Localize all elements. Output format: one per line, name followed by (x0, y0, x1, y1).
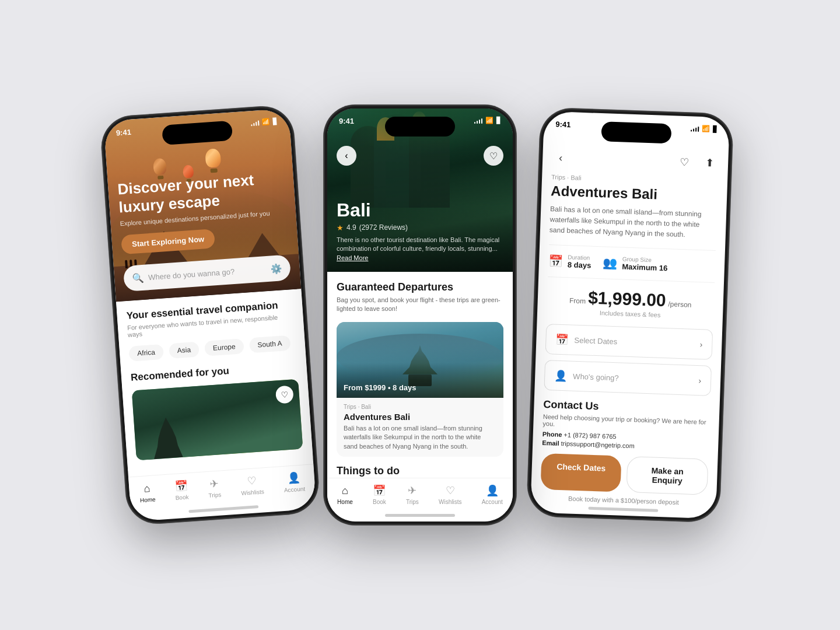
content-section-booking: Trips · Bali Adventures Bali Bali has a … (533, 173, 728, 461)
trips-icon-bali: ✈ (408, 484, 416, 497)
home-icon-bali: ⌂ (342, 485, 348, 497)
action-buttons-booking: Check Dates Make an Enquiry Book today w… (540, 453, 709, 507)
nav-bali-account[interactable]: 👤 Account (482, 484, 503, 505)
book-icon-bali: 📅 (373, 484, 386, 497)
favorite-button-booking[interactable]: ♡ (676, 153, 694, 172)
tag-europe[interactable]: Europe (204, 338, 244, 356)
reviews-count: (2972 Reviews) (359, 223, 408, 232)
rating-row: ★ 4.9 (2972 Reviews) (337, 223, 503, 232)
guests-selector[interactable]: 👤 Who's going? › (544, 360, 712, 396)
hero-text-home: Discover your next luxury escape Explore… (117, 169, 289, 254)
content-section-bali: Guaranteed Departures Bag you spot, and … (327, 272, 513, 496)
phone-home: 9:41 📶 ▊ (100, 104, 320, 525)
nav-bali-home-label: Home (337, 499, 353, 505)
duration-meta: 📅 Duration 8 days (548, 253, 592, 270)
nav-trips[interactable]: ✈ Trips (207, 477, 221, 498)
city-name: Bali (337, 200, 503, 221)
check-dates-button[interactable]: Check Dates (540, 453, 621, 492)
trip-duration: 8 days (393, 383, 416, 392)
trip-description: Bali has a lot on one small island—from … (344, 424, 496, 451)
signal-icon-booking (691, 125, 699, 131)
trip-card-info: Trips · Bali Adventures Bali Bali has a … (337, 398, 503, 457)
nav-bali-home[interactable]: ⌂ Home (337, 485, 353, 505)
email-label: Email (542, 439, 559, 447)
tag-asia[interactable]: Asia (169, 341, 200, 359)
departures-title: Guaranteed Departures (337, 281, 503, 293)
nav-bali-book[interactable]: 📅 Book (373, 484, 386, 505)
description-booking: Bali has a lot on one small island—from … (550, 204, 718, 241)
back-button-bali[interactable]: ‹ (337, 146, 356, 166)
email-address: tripssupport@ngetrip.com (561, 440, 634, 449)
home-indicator-bali (385, 514, 455, 517)
duration-info: Duration 8 days (568, 254, 592, 270)
enquiry-button[interactable]: Make an Enquiry (626, 456, 708, 495)
account-icon-bali: 👤 (486, 484, 499, 497)
trip-card-bali[interactable]: From $1999 • 8 days Trips · Bali Adventu… (337, 322, 503, 457)
calendar-icon: 📅 (548, 254, 564, 268)
dynamic-island-bali (385, 117, 455, 136)
from-label: From (569, 296, 586, 305)
phone-booking-screen: 9:41 📶 ▊ ‹ ♡ ⬆ (530, 111, 730, 519)
battery-icon-bali: ▊ (496, 117, 501, 124)
nav-bali-wishlists[interactable]: ♡ Wishlists (439, 484, 461, 505)
status-icons-booking: 📶 ▊ (691, 124, 718, 133)
nav-account-label: Account (284, 485, 306, 493)
status-time-bali: 9:41 (339, 117, 354, 125)
share-button-booking[interactable]: ⬆ (701, 154, 719, 172)
favorite-button-bali[interactable]: ♡ (484, 146, 503, 166)
phone-home-screen: 9:41 📶 ▊ (103, 108, 316, 522)
wifi-icon-bali: 📶 (485, 117, 494, 124)
nav-home-label: Home (140, 496, 156, 503)
calendar-selector-icon: 📅 (555, 333, 569, 346)
dates-chevron-icon: › (699, 340, 702, 349)
status-time-home: 9:41 (116, 128, 131, 138)
dates-selector[interactable]: 📅 Select Dates › (545, 324, 713, 360)
tag-africa[interactable]: Africa (128, 344, 163, 362)
home-icon: ⌂ (144, 482, 150, 495)
pricing-section: From $1,999.00 /person Includes taxes & … (547, 286, 715, 320)
group-meta: 👥 Group Size Maximum 16 (603, 255, 668, 272)
dates-placeholder-text: Select Dates (574, 335, 617, 346)
search-icon-home: 🔍 (132, 272, 144, 284)
home-indicator-home (188, 505, 258, 513)
dates-selector-left: 📅 Select Dates (555, 333, 617, 348)
page-title-booking: Adventures Bali (551, 183, 718, 205)
battery-icon-home: ▊ (273, 117, 278, 125)
phone-bali-screen: 9:41 📶 ▊ (327, 108, 513, 522)
back-button-booking[interactable]: ‹ (552, 149, 570, 167)
nav-trips-label: Trips (208, 491, 222, 498)
guests-selector-left: 👤 Who's going? (554, 369, 619, 384)
nav-home[interactable]: ⌂ Home (139, 482, 156, 503)
things-title: Things to do (337, 465, 503, 477)
nav-bali-trips[interactable]: ✈ Trips (406, 484, 419, 505)
nav-account[interactable]: 👤 Account (283, 471, 306, 493)
tag-south[interactable]: South A (249, 335, 291, 354)
filter-icon-home[interactable]: ⚙️ (270, 262, 282, 274)
nav-bali-wishlists-label: Wishlists (439, 499, 461, 505)
status-icons-home: 📶 ▊ (250, 117, 278, 127)
rating-value: 4.9 (346, 223, 356, 232)
nav-book[interactable]: 📅 Book (174, 479, 189, 501)
category-tags: Africa Asia Europe South A (128, 335, 296, 362)
nav-wishlists[interactable]: ♡ Wishlists (240, 474, 264, 496)
phone-booking: 9:41 📶 ▊ ‹ ♡ ⬆ (527, 107, 733, 522)
battery-icon-booking: ▊ (713, 125, 718, 133)
duration-value: 8 days (568, 260, 592, 270)
bottom-nav-home: ⌂ Home 📅 Book ✈ Trips ♡ Wishlists 👤 (128, 464, 316, 510)
trip-price-from: From $1999 • 8 days (344, 383, 416, 392)
phones-container: 9:41 📶 ▊ (114, 105, 726, 525)
dynamic-island-booking (601, 121, 671, 144)
hero-info-bali: Bali ★ 4.9 (2972 Reviews) There is no ot… (337, 200, 503, 262)
contact-section: Contact Us Need help choosing your trip … (542, 398, 710, 452)
search-placeholder: Where do you wanna go? (148, 265, 267, 282)
account-icon: 👤 (287, 471, 300, 485)
recommended-card-image: ♡ (132, 379, 303, 461)
nav-bali-trips-label: Trips (406, 499, 419, 505)
status-icons-bali: 📶 ▊ (474, 117, 502, 124)
cta-buttons-row: Check Dates Make an Enquiry (540, 453, 708, 495)
read-more-link[interactable]: Read More (337, 254, 368, 261)
trip-breadcrumb: Trips · Bali (344, 404, 496, 410)
trip-card-image: From $1999 • 8 days (337, 322, 503, 398)
header-actions-booking: ♡ ⬆ (676, 153, 719, 173)
signal-icon-bali (474, 117, 483, 124)
